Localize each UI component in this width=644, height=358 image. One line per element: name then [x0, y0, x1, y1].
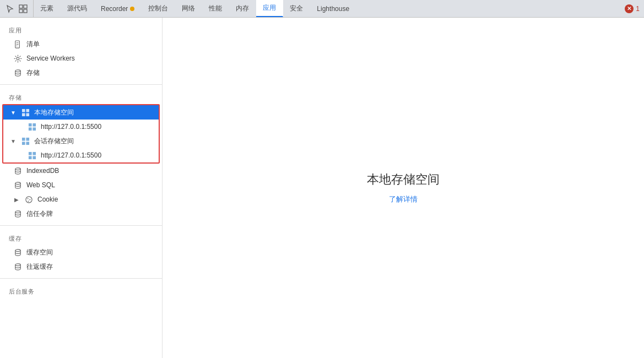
- sidebar-item-indexeddb[interactable]: IndexedDB: [0, 164, 162, 178]
- sidebar-item-local-storage[interactable]: 本地存储空间: [3, 105, 159, 120]
- devtools-icons: [0, 0, 34, 17]
- sidebar-item-web-sql[interactable]: Web SQL: [0, 178, 162, 192]
- section-cache-header: 缓存: [0, 230, 162, 245]
- tab-performance[interactable]: 性能: [202, 0, 229, 17]
- session-storage-icon: [21, 137, 30, 145]
- session-storage-url-icon: [28, 151, 36, 160]
- sidebar: 应用 清单 Service Workers: [0, 18, 163, 358]
- sidebar-item-cache-storage[interactable]: 缓存空间: [0, 245, 162, 259]
- tab-bar: 元素 源代码 Recorder 控制台 网络 性能 内存 应用 安全 Light…: [0, 0, 644, 18]
- svg-rect-1: [24, 5, 27, 8]
- session-storage-url-label: http://127.0.0.1:5500: [41, 151, 101, 159]
- svg-point-8: [17, 57, 19, 60]
- indexeddb-label: IndexedDB: [26, 167, 59, 175]
- svg-rect-10: [21, 109, 25, 112]
- storage-app-label: 存储: [26, 68, 40, 78]
- svg-rect-15: [33, 123, 36, 126]
- recorder-label: Recorder: [101, 5, 128, 13]
- svg-rect-20: [21, 142, 25, 145]
- error-badge: ✕ 1: [625, 4, 640, 13]
- tab-application[interactable]: 应用: [256, 0, 283, 17]
- service-workers-label: Service Workers: [26, 55, 75, 62]
- svg-rect-18: [21, 137, 25, 140]
- local-storage-label: 本地存储空间: [34, 108, 74, 117]
- svg-rect-2: [19, 9, 23, 13]
- tab-lighthouse[interactable]: Lighthouse: [310, 0, 356, 17]
- file-icon: [13, 40, 22, 48]
- back-forward-cache-icon: [13, 262, 22, 271]
- section-app-header: 应用: [0, 22, 162, 37]
- expand-cookie-icon[interactable]: [13, 196, 20, 203]
- right-panel: 本地存储空间 了解详情: [163, 18, 644, 358]
- svg-rect-11: [26, 109, 29, 112]
- svg-rect-24: [28, 156, 31, 159]
- web-sql-icon: [13, 181, 22, 189]
- sidebar-item-trust-tokens[interactable]: 信任令牌: [0, 207, 162, 221]
- storage-icon: [13, 68, 22, 77]
- svg-rect-12: [21, 113, 25, 116]
- cookie-label: Cookie: [37, 196, 58, 203]
- local-storage-url-label: http://127.0.0.1:5500: [41, 123, 101, 131]
- sidebar-item-session-storage-url[interactable]: http://127.0.0.1:5500: [3, 148, 159, 162]
- cursor-icon[interactable]: [4, 3, 15, 14]
- svg-point-29: [27, 198, 28, 199]
- web-sql-label: Web SQL: [26, 181, 55, 189]
- main-content: 应用 清单 Service Workers: [0, 18, 644, 358]
- panel-title: 本地存储空间: [367, 171, 440, 188]
- tab-console[interactable]: 控制台: [142, 0, 175, 17]
- svg-rect-13: [26, 113, 29, 116]
- back-forward-cache-label: 往返缓存: [26, 262, 53, 272]
- section-storage-header: 存储: [0, 89, 162, 104]
- cache-storage-label: 缓存空间: [26, 248, 53, 257]
- expand-session-storage-icon[interactable]: [10, 138, 17, 144]
- svg-point-31: [28, 200, 29, 202]
- sidebar-item-session-storage[interactable]: 会话存储空间: [3, 134, 159, 148]
- svg-rect-22: [28, 151, 31, 155]
- svg-rect-17: [33, 127, 36, 131]
- svg-point-9: [15, 69, 20, 72]
- tab-recorder[interactable]: Recorder: [94, 0, 142, 17]
- svg-point-26: [15, 167, 20, 170]
- sidebar-item-service-workers[interactable]: Service Workers: [0, 51, 162, 66]
- cache-storage-icon: [13, 248, 22, 257]
- tab-memory[interactable]: 内存: [229, 0, 256, 17]
- sidebar-item-cookie[interactable]: Cookie: [0, 192, 162, 207]
- recorder-dot: [130, 7, 134, 11]
- svg-rect-14: [28, 123, 31, 126]
- svg-rect-3: [24, 9, 27, 13]
- svg-rect-19: [26, 137, 29, 140]
- expand-local-storage-icon[interactable]: [10, 109, 17, 116]
- svg-point-28: [25, 196, 31, 202]
- divider-1: [0, 84, 162, 85]
- svg-point-32: [15, 210, 20, 213]
- tab-sources[interactable]: 源代码: [61, 0, 94, 17]
- indexeddb-icon: [13, 166, 22, 175]
- local-storage-icon: [21, 108, 30, 117]
- sidebar-item-local-storage-url[interactable]: http://127.0.0.1:5500: [3, 120, 159, 134]
- trust-tokens-label: 信任令牌: [26, 209, 53, 219]
- sidebar-item-storage-app[interactable]: 存储: [0, 66, 162, 80]
- svg-point-30: [29, 199, 30, 200]
- manifest-label: 清单: [26, 40, 40, 49]
- sidebar-item-manifest[interactable]: 清单: [0, 37, 162, 51]
- svg-point-34: [15, 263, 20, 265]
- sidebar-item-back-forward-cache[interactable]: 往返缓存: [0, 259, 162, 274]
- divider-3: [0, 278, 162, 279]
- inspect-icon[interactable]: [18, 3, 29, 14]
- trust-tokens-icon: [13, 209, 22, 218]
- session-storage-label: 会话存储空间: [34, 137, 74, 146]
- svg-rect-0: [19, 5, 23, 8]
- error-icon: ✕: [625, 4, 634, 13]
- tab-elements[interactable]: 元素: [34, 0, 61, 17]
- svg-rect-25: [33, 156, 36, 159]
- divider-2: [0, 225, 162, 226]
- svg-point-33: [15, 249, 20, 251]
- svg-point-27: [15, 182, 20, 184]
- svg-rect-21: [26, 142, 29, 145]
- tab-security[interactable]: 安全: [283, 0, 310, 17]
- gear-icon: [13, 54, 22, 63]
- learn-more-link[interactable]: 了解详情: [389, 194, 418, 204]
- svg-rect-23: [33, 151, 36, 155]
- tab-network[interactable]: 网络: [175, 0, 202, 17]
- section-bg-header: 后台服务: [0, 283, 162, 298]
